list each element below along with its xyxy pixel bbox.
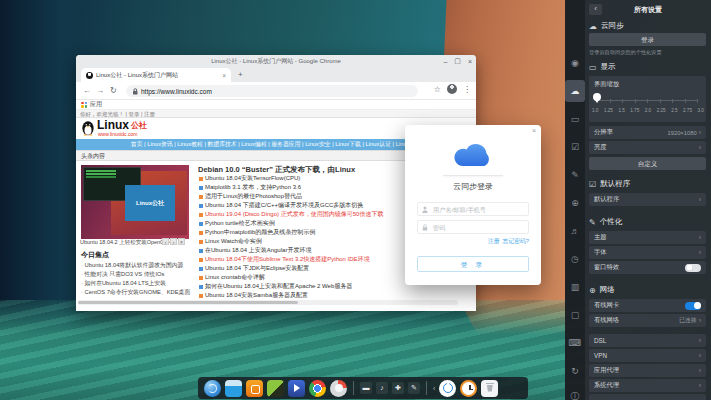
back-button[interactable]: ← — [83, 86, 91, 95]
forgot-password-link[interactable]: 忘记密码? — [503, 237, 529, 246]
dock-separator — [353, 381, 354, 395]
scale-slider-track[interactable] — [597, 100, 698, 101]
browser-titlebar[interactable]: Linux公社 - Linux系统门户网站 - Google Chrome – … — [76, 55, 476, 67]
apps-bookmark-label[interactable]: 应用 — [90, 100, 102, 109]
horizontal-scrollbar[interactable] — [78, 300, 458, 305]
reload-button[interactable]: ↻ — [110, 86, 117, 95]
update-icon[interactable]: ↻ — [565, 360, 585, 382]
datetime-icon[interactable]: ◷ — [565, 248, 585, 270]
chevron-right-icon: › — [699, 337, 701, 344]
focus-item[interactable]: 如何在Ubuntu 18.04 LTS上安装 — [81, 279, 193, 288]
focus-item[interactable]: CentOS 7命令行安装GNOME、KDE桌面 — [81, 288, 193, 297]
display-section-header: ▭ 显示 — [589, 62, 616, 72]
close-button[interactable]: × — [468, 58, 472, 65]
cloud-section-header: ☁ 云同步 — [589, 21, 624, 31]
datetime-icon[interactable] — [460, 380, 477, 397]
url-text: https://www.linuxidc.com — [141, 88, 212, 95]
default-apps-section-header: ☑ 默认程序 — [589, 179, 630, 189]
chevron-right-icon: › — [699, 317, 701, 324]
network-section-header: ⊕ 网络 — [589, 285, 615, 295]
chevron-right-icon: › — [699, 382, 701, 389]
wired-network-row[interactable]: 有线网络 已连接› — [589, 314, 706, 327]
tab-favicon — [86, 72, 93, 79]
file-manager-icon[interactable] — [225, 380, 242, 397]
panel-title: 所有设置 — [585, 5, 711, 15]
penguin-logo-icon — [81, 119, 95, 136]
focus-item[interactable]: 性能对决 只需DO3 VS 传统IOs — [81, 270, 193, 279]
address-bar[interactable]: https://www.linuxidc.com — [126, 85, 418, 97]
app-store-icon[interactable] — [246, 380, 263, 397]
input-method-tray-icon[interactable]: ✎ — [408, 382, 420, 394]
default-apps-icon[interactable]: ☑ — [565, 136, 585, 158]
text-editor-icon[interactable] — [267, 380, 284, 397]
font-row[interactable]: 字体 › — [589, 246, 706, 259]
tray-collapse-icon[interactable]: ‹ — [433, 385, 435, 392]
scale-tick-labels: 1.01.25 1.51.75 2.02.25 2.52.75 3.0 — [592, 108, 704, 113]
cloud-login-button[interactable]: 登录 — [589, 33, 706, 46]
bookmark-star-icon[interactable]: ☆ — [434, 85, 441, 94]
password-input[interactable] — [431, 223, 524, 232]
resolution-row[interactable]: 分辨率 1920×1080› — [589, 126, 706, 139]
window-effects-toggle[interactable] — [685, 264, 701, 272]
dsl-row[interactable]: DSL › — [589, 334, 706, 347]
tab-close-icon[interactable]: × — [222, 72, 226, 79]
username-input[interactable] — [431, 205, 524, 214]
new-tab-button[interactable]: + — [238, 70, 243, 79]
vpn-row[interactable]: VPN › — [589, 349, 706, 362]
chevron-right-icon: › — [699, 144, 701, 151]
app-proxy-row[interactable]: 应用代理 › — [589, 364, 706, 377]
theme-row[interactable]: 主题 › — [589, 231, 706, 244]
accounts-icon[interactable]: ◉ — [565, 52, 585, 74]
maximize-button[interactable]: ▢ — [454, 57, 461, 65]
sound-tray-icon[interactable]: ♪ — [376, 382, 388, 394]
scale-title: 界面缩放 — [594, 80, 619, 89]
display-icon[interactable]: ▭ — [565, 108, 585, 130]
wired-card-row: 有线网卡 — [589, 299, 706, 312]
default-apps-row[interactable]: 默认程序 › — [589, 193, 706, 206]
article-thumbnail[interactable]: Linux公社 — [81, 165, 189, 239]
browser-window-title: Linux公社 - Linux系统门户网站 - Google Chrome — [76, 55, 476, 67]
chrome-icon[interactable] — [309, 380, 326, 397]
minimize-button[interactable]: – — [443, 58, 447, 65]
tab-linuxidc[interactable]: Linux公社 - Linux系统门户网站 × — [81, 68, 231, 82]
news-item[interactable]: Ubuntu 18.04安装Samba服务器及配置 — [198, 291, 472, 300]
power-icon[interactable]: ▥ — [565, 276, 585, 298]
thumbnail-pager: ‹ › × — [162, 238, 185, 245]
control-center-icon[interactable] — [330, 380, 347, 397]
profile-avatar[interactable] — [447, 84, 457, 94]
pager-prev[interactable]: ‹ — [162, 238, 169, 245]
network-icon[interactable]: ⊕ — [565, 192, 585, 214]
personalization-icon[interactable]: ✎ — [565, 164, 585, 186]
focus-item[interactable]: Ubuntu 18.04将默认软件源改为国内源 — [81, 261, 193, 270]
cloud-sync-icon[interactable]: ☁ — [565, 80, 585, 102]
dialog-close-icon[interactable]: × — [532, 127, 536, 134]
focus-title: 今日焦点 — [81, 250, 109, 260]
shutdown-icon[interactable] — [439, 380, 456, 397]
brightness-row[interactable]: 亮度 › — [589, 141, 706, 154]
keyboard-layout-tray-icon[interactable]: ▬ — [360, 382, 372, 394]
mouse-icon[interactable]: ▢ — [565, 304, 585, 326]
user-icon — [422, 206, 428, 213]
login-button[interactable]: 登 录 — [417, 256, 529, 272]
scale-slider-handle[interactable] — [593, 93, 601, 101]
video-player-icon[interactable] — [288, 380, 305, 397]
apps-grid-icon[interactable] — [81, 102, 87, 108]
pager-close[interactable]: × — [178, 238, 185, 245]
menu-icon[interactable]: ⋮ — [463, 85, 471, 94]
dialog-title: 云同步登录 — [405, 181, 541, 192]
keyboard-icon[interactable]: ⌨ — [565, 332, 585, 354]
username-field-wrap — [417, 202, 529, 216]
sound-icon[interactable]: ♬ — [565, 220, 585, 242]
trash-icon[interactable] — [481, 380, 498, 397]
dialog-divider — [443, 175, 503, 176]
launcher-icon[interactable] — [204, 380, 221, 397]
dock: ▬ ♪ ✚ ✎ ‹ — [198, 377, 528, 399]
network-tray-icon[interactable]: ✚ — [392, 382, 404, 394]
wired-card-toggle[interactable] — [685, 302, 701, 310]
register-link[interactable]: 注册 — [488, 237, 500, 246]
customize-button[interactable]: 自定义 — [589, 157, 706, 170]
system-info-icon[interactable]: ⓘ — [565, 385, 585, 400]
system-proxy-row[interactable]: 系统代理 › — [589, 379, 706, 392]
forward-button[interactable]: → — [96, 86, 104, 95]
pager-next[interactable]: › — [170, 238, 177, 245]
